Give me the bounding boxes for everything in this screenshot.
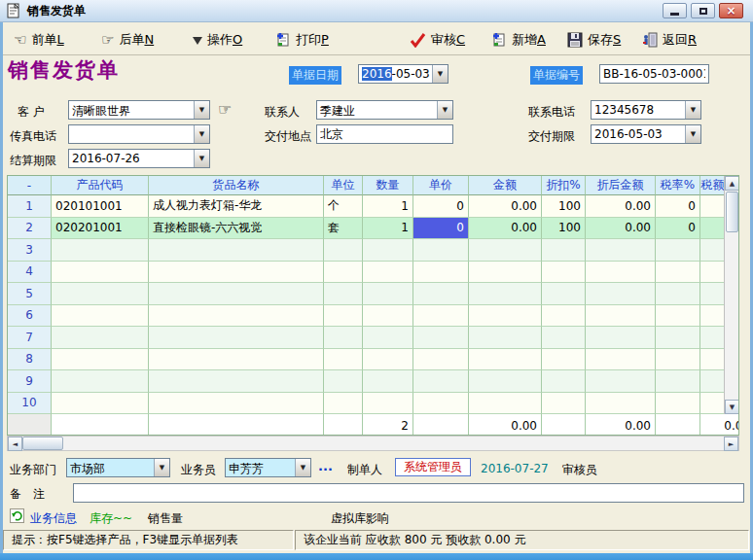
grid-cell[interactable]: [586, 262, 656, 284]
grid-cell[interactable]: [700, 305, 726, 328]
grid-cell[interactable]: 0.00: [586, 218, 656, 240]
scroll-left-icon[interactable]: ◄: [8, 437, 22, 451]
dropdown-arrow-icon[interactable]: [685, 125, 700, 143]
fax-combo[interactable]: [68, 124, 210, 144]
customer-combo[interactable]: 清晰眼世界: [68, 100, 210, 120]
dropdown-arrow-icon[interactable]: [432, 65, 448, 83]
dropdown-arrow-icon[interactable]: [194, 101, 209, 119]
maximize-button[interactable]: [691, 3, 715, 18]
grid-cell[interactable]: [469, 305, 542, 328]
grid-cell[interactable]: [52, 370, 149, 393]
delivery-place-input[interactable]: [316, 124, 453, 144]
grid-cell[interactable]: [363, 283, 413, 305]
grid-col-header-4[interactable]: 数量: [363, 176, 413, 195]
grid-cell[interactable]: [52, 305, 149, 328]
grid-cell[interactable]: [469, 283, 542, 305]
row-number[interactable]: 6: [8, 305, 52, 328]
row-number[interactable]: 1: [8, 195, 52, 218]
grid-col-header-5[interactable]: 单价: [413, 176, 469, 195]
grid-cell[interactable]: [363, 262, 413, 284]
grid-col-header-6[interactable]: 金额: [469, 176, 542, 195]
grid-cell[interactable]: [363, 393, 413, 415]
grid-cell[interactable]: [52, 393, 149, 415]
grid-col-header-7[interactable]: 折扣%: [542, 176, 586, 195]
grid-cell[interactable]: [656, 305, 700, 328]
grid-cell[interactable]: [52, 349, 149, 371]
grid-col-header-3[interactable]: 单位: [324, 176, 363, 195]
print-button[interactable]: 打印P: [275, 29, 329, 51]
grid-cell[interactable]: [413, 370, 469, 393]
grid-col-header-0[interactable]: -: [8, 176, 52, 195]
grid-cell[interactable]: [324, 305, 363, 328]
scroll-down-icon[interactable]: ▼: [725, 400, 739, 414]
grid-col-header-2[interactable]: 货品名称: [149, 176, 324, 195]
row-number[interactable]: 5: [8, 283, 52, 305]
doc-date-combo[interactable]: 2016-05-03: [358, 64, 448, 84]
grid-cell[interactable]: [469, 370, 542, 393]
grid-cell[interactable]: 1: [363, 195, 413, 218]
grid-cell[interactable]: [324, 327, 363, 349]
row-number[interactable]: 4: [8, 262, 52, 284]
salesman-combo[interactable]: 申芳芳: [225, 458, 311, 477]
grid-cell[interactable]: [700, 239, 726, 262]
row-number[interactable]: 7: [8, 327, 52, 349]
dropdown-arrow-icon[interactable]: [154, 459, 169, 476]
row-number[interactable]: 9: [8, 370, 52, 393]
grid-cell[interactable]: [700, 283, 726, 305]
scroll-up-icon[interactable]: ▲: [725, 176, 739, 191]
grid-cell[interactable]: [542, 305, 586, 328]
grid-cell[interactable]: [413, 239, 469, 262]
grid-cell[interactable]: [413, 262, 469, 284]
prev-doc-button[interactable]: ☜ 前单L: [14, 29, 64, 51]
business-info-link[interactable]: 业务信息: [30, 510, 77, 527]
grid-cell[interactable]: [324, 239, 363, 262]
more-salesman-link[interactable]: ...: [318, 459, 333, 473]
grid-cell[interactable]: [149, 305, 324, 328]
titlebar[interactable]: 销售发货单 ×: [0, 0, 753, 22]
grid-cell[interactable]: 0.00: [469, 195, 542, 218]
grid-cell[interactable]: [656, 327, 700, 349]
grid-cell[interactable]: [149, 349, 324, 371]
grid-cell[interactable]: 100: [542, 218, 586, 240]
grid-cell[interactable]: [700, 262, 726, 284]
return-button[interactable]: 返回R: [642, 29, 697, 51]
stock-link[interactable]: 库存~~: [90, 510, 132, 527]
grid-col-header-1[interactable]: 产品代码: [52, 176, 149, 195]
grid-cell[interactable]: [149, 370, 324, 393]
grid-cell[interactable]: [413, 349, 469, 371]
row-number[interactable]: 8: [8, 349, 52, 371]
vertical-scrollbar[interactable]: ▲ ▼: [724, 176, 738, 414]
grid-col-header-10[interactable]: 税额: [700, 176, 726, 195]
grid-cell[interactable]: [542, 327, 586, 349]
grid-cell[interactable]: 0: [656, 218, 700, 240]
grid-cell[interactable]: [149, 283, 324, 305]
delivery-date-combo[interactable]: 2016-05-03: [591, 124, 701, 144]
grid-cell[interactable]: [469, 262, 542, 284]
grid-cell[interactable]: [700, 195, 726, 218]
grid-cell[interactable]: [324, 262, 363, 284]
dropdown-arrow-icon[interactable]: [295, 459, 310, 476]
settle-date-combo[interactable]: 2016-07-26: [68, 149, 210, 168]
grid-cell[interactable]: [469, 327, 542, 349]
dropdown-arrow-icon[interactable]: [194, 150, 209, 167]
phone-combo[interactable]: 12345678: [591, 100, 701, 120]
grid-cell[interactable]: [656, 393, 700, 415]
save-button[interactable]: 保存S: [567, 29, 621, 51]
grid-cell[interactable]: 成人视力表灯箱-华龙: [149, 195, 324, 218]
scroll-right-icon[interactable]: ►: [724, 437, 738, 451]
grid-cell[interactable]: [52, 327, 149, 349]
grid-cell[interactable]: 020101001: [52, 195, 149, 218]
grid-col-header-9[interactable]: 税率%: [656, 176, 700, 195]
grid-cell[interactable]: [324, 283, 363, 305]
grid-cell[interactable]: [413, 305, 469, 328]
grid-cell[interactable]: 020201001: [52, 218, 149, 240]
close-button[interactable]: ×: [719, 3, 743, 18]
grid-cell[interactable]: [324, 370, 363, 393]
row-number[interactable]: 3: [8, 239, 52, 262]
operate-button[interactable]: 操作O: [193, 29, 242, 51]
new-button[interactable]: 新增A: [491, 29, 546, 51]
grid-cell[interactable]: [413, 393, 469, 415]
grid-cell[interactable]: [542, 349, 586, 371]
horizontal-scrollbar[interactable]: ◄ ►: [7, 436, 739, 451]
horizontal-scroll-thumb[interactable]: [22, 437, 63, 450]
